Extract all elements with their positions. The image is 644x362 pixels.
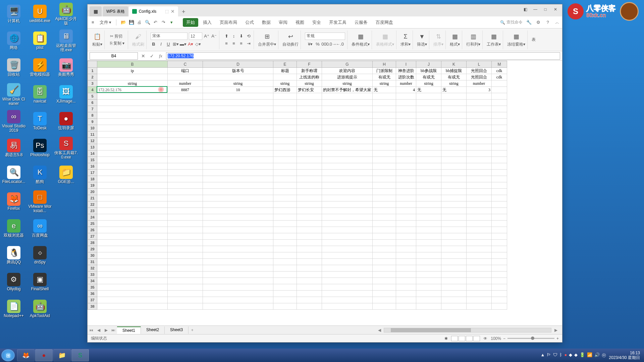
cell[interactable] — [97, 291, 168, 297]
cell[interactable] — [273, 93, 297, 100]
desktop-icon[interactable]: 🗄navicat — [28, 82, 52, 107]
desktop-icon[interactable]: Uuedit64.exe — [28, 1, 52, 27]
cell[interactable] — [373, 119, 396, 125]
cell[interactable] — [373, 278, 396, 284]
cell[interactable] — [373, 227, 396, 233]
cell[interactable] — [441, 112, 467, 119]
cell[interactable]: 无 — [373, 87, 396, 93]
align-center-icon[interactable]: ≡ — [231, 41, 237, 47]
sheet-tab[interactable]: Sheet2 — [141, 326, 165, 334]
row-header[interactable]: 18 — [88, 176, 97, 182]
cell[interactable] — [396, 182, 416, 189]
desktop-icon[interactable]: 📋plist — [28, 28, 52, 54]
cell[interactable] — [168, 208, 203, 214]
cell[interactable] — [416, 227, 441, 233]
cell[interactable] — [467, 100, 492, 106]
cell[interactable] — [467, 265, 492, 272]
cell[interactable] — [273, 131, 297, 138]
tray-ime-icon[interactable]: ㊥ — [602, 352, 606, 358]
cell[interactable] — [396, 259, 416, 265]
cell[interactable] — [297, 150, 322, 157]
cell[interactable] — [297, 201, 322, 208]
cell[interactable] — [322, 195, 373, 201]
cell[interactable] — [467, 227, 492, 233]
cell[interactable] — [441, 189, 467, 195]
cell[interactable] — [273, 284, 297, 291]
desktop-icon[interactable]: 🖼XJImage... — [54, 82, 78, 107]
desktop-icon[interactable]: 📁GGE游... — [54, 162, 78, 188]
align-top-icon[interactable]: ⬆ — [223, 33, 229, 39]
cell[interactable]: 8887 — [168, 87, 203, 93]
cell[interactable] — [97, 259, 168, 265]
cell[interactable] — [492, 138, 507, 144]
cell[interactable] — [297, 284, 322, 291]
cell[interactable] — [467, 233, 492, 240]
cell[interactable] — [416, 201, 441, 208]
cond-format-icon[interactable]: ▦ — [356, 32, 365, 41]
cell[interactable] — [168, 259, 203, 265]
cell[interactable] — [467, 189, 492, 195]
cell[interactable] — [492, 278, 507, 284]
cell[interactable] — [396, 208, 416, 214]
cell[interactable]: 端口 — [168, 68, 203, 74]
cell[interactable] — [492, 157, 507, 163]
qat-undo-icon[interactable]: ↶ — [153, 19, 159, 25]
cell[interactable] — [273, 201, 297, 208]
cell[interactable] — [203, 182, 273, 189]
cell[interactable] — [441, 100, 467, 106]
fx-icon[interactable]: fx — [157, 53, 164, 59]
cell[interactable]: 有或无 — [373, 74, 396, 80]
cell[interactable] — [97, 208, 168, 214]
cell[interactable] — [273, 265, 297, 272]
cell[interactable] — [273, 227, 297, 233]
cell[interactable] — [322, 278, 373, 284]
cell[interactable] — [168, 201, 203, 208]
cell[interactable] — [168, 284, 203, 291]
cell[interactable] — [396, 93, 416, 100]
cell[interactable] — [492, 144, 507, 150]
row-header[interactable]: 23 — [88, 208, 97, 214]
cell[interactable] — [322, 214, 373, 221]
cell[interactable] — [273, 144, 297, 150]
cell[interactable] — [322, 259, 373, 265]
ribbon-tab[interactable]: 视图 — [292, 18, 308, 27]
worksheet-icon[interactable]: ▦ — [489, 32, 498, 41]
cell[interactable] — [203, 227, 273, 233]
font-size-select[interactable]: 12 — [189, 33, 202, 40]
desktop-icon[interactable]: ∞Visual Studio 2019 — [1, 109, 26, 134]
cell[interactable] — [396, 131, 416, 138]
cell[interactable]: 光照回合 — [467, 74, 492, 80]
sheet-tab[interactable]: Sheet3 — [165, 326, 189, 334]
cell[interactable] — [416, 106, 441, 112]
cell[interactable] — [203, 131, 273, 138]
cell[interactable] — [97, 201, 168, 208]
font-color-icon[interactable]: A▾ — [187, 41, 194, 47]
cell[interactable] — [168, 214, 203, 221]
wrap-label[interactable]: 自动换行 — [282, 42, 299, 47]
number-format-select[interactable]: 常规 — [305, 33, 345, 40]
desktop-icon[interactable]: 🌐网络 — [1, 28, 26, 54]
cell[interactable] — [416, 291, 441, 297]
cell[interactable]: 版本号 — [203, 68, 273, 74]
cell[interactable]: 欢迎内容 — [322, 68, 373, 74]
cell[interactable] — [373, 176, 396, 182]
cell[interactable] — [273, 106, 297, 112]
cell[interactable] — [297, 157, 322, 163]
row-header[interactable]: 38 — [88, 303, 97, 310]
cell[interactable] — [97, 131, 168, 138]
cell[interactable] — [297, 265, 322, 272]
cell[interactable] — [416, 182, 441, 189]
cell[interactable] — [467, 138, 492, 144]
merge-label[interactable]: 合并居中 — [258, 42, 274, 47]
cell[interactable] — [273, 138, 297, 144]
cell[interactable] — [322, 233, 373, 240]
cell[interactable] — [467, 157, 492, 163]
cell[interactable] — [373, 100, 396, 106]
row-header[interactable]: 26 — [88, 227, 97, 233]
cell[interactable] — [97, 195, 168, 201]
cell[interactable] — [416, 233, 441, 240]
cell[interactable] — [322, 112, 373, 119]
cell[interactable] — [416, 272, 441, 278]
cell[interactable] — [297, 138, 322, 144]
qat-redo-icon[interactable]: ↷ — [161, 19, 167, 25]
